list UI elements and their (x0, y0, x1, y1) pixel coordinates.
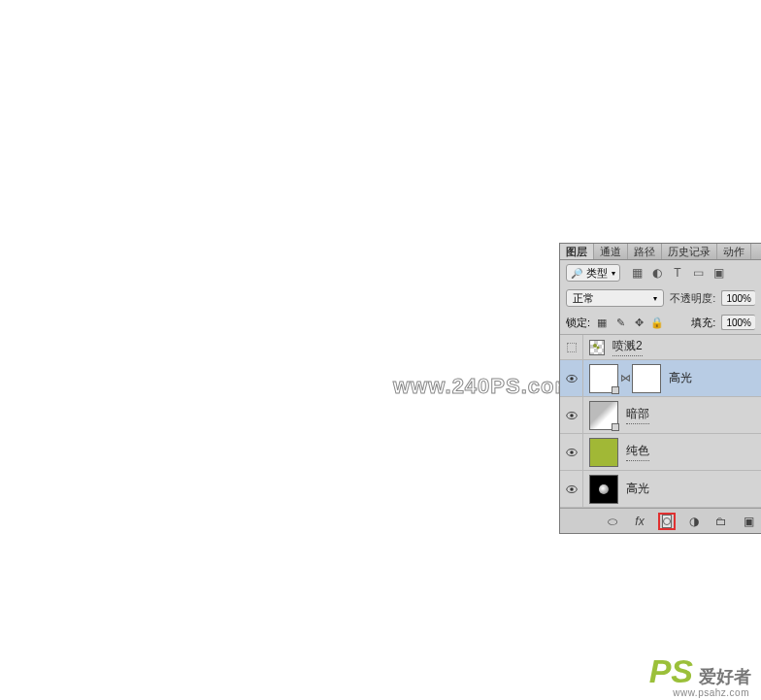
link-icon[interactable]: ⋈ (620, 370, 630, 387)
filter-smart-icon[interactable]: ▣ (712, 267, 724, 279)
opacity-label: 不透明度: (670, 291, 715, 306)
kind-filter-select[interactable]: 🔎 类型 ▾ (566, 264, 620, 282)
layer-list: 喷溅2 ⋈ 高光 暗部 (560, 335, 761, 508)
layer-name[interactable]: 高光 (669, 370, 692, 386)
group-icon[interactable]: 🗀 (712, 513, 730, 530)
lock-move-icon[interactable]: ✥ (633, 317, 645, 329)
chevron-down-icon: ▾ (612, 269, 615, 278)
fill-label: 填充: (691, 316, 715, 330)
link-layers-icon[interactable]: ⬭ (604, 513, 621, 530)
layer-thumbnail[interactable] (589, 401, 618, 430)
new-layer-icon[interactable]: ▣ (740, 513, 757, 530)
layer-thumbnail[interactable] (589, 364, 618, 393)
smart-object-icon (612, 386, 619, 394)
layer-thumbnail[interactable] (589, 340, 605, 355)
visibility-toggle[interactable] (560, 434, 583, 470)
svg-point-3 (570, 377, 574, 381)
layer-name[interactable]: 纯色 (626, 443, 649, 461)
svg-point-5 (570, 414, 574, 417)
tab-actions[interactable]: 动作 (717, 244, 751, 259)
layer-row[interactable]: ⋈ 高光 (560, 360, 761, 397)
brand-logo-block: PS 爱好者 (649, 652, 751, 690)
tab-paths[interactable]: 路径 (628, 244, 662, 259)
lock-all-icon[interactable]: 🔒 (651, 317, 663, 329)
layer-name[interactable]: 喷溅2 (612, 338, 643, 356)
layer-mask-thumbnail[interactable] (632, 364, 661, 393)
adjustment-layer-icon[interactable]: ◑ (685, 513, 703, 530)
lock-brush-icon[interactable]: ✎ (614, 317, 626, 329)
layer-name[interactable]: 高光 (626, 481, 649, 497)
filter-adjust-icon[interactable]: ◐ (651, 267, 663, 279)
filter-row: 🔎 类型 ▾ ▦ ◐ T ▭ ▣ (560, 260, 761, 285)
checkbox-empty-icon (567, 343, 577, 352)
layer-row[interactable]: 暗部 (560, 397, 761, 434)
filter-shape-icon[interactable]: ▭ (692, 267, 704, 279)
visibility-toggle[interactable] (560, 397, 583, 433)
lock-row: 锁定: ▦ ✎ ✥ 🔒 填充: 100% (560, 311, 761, 335)
layer-name[interactable]: 暗部 (626, 406, 649, 424)
svg-point-7 (570, 450, 574, 454)
tab-layers[interactable]: 图层 (560, 244, 594, 259)
layer-thumbnail[interactable] (589, 438, 618, 467)
layers-panel: 图层 通道 路径 历史记录 动作 🔎 类型 ▾ ▦ ◐ T ▭ ▣ 正常 ▾ 不… (559, 243, 761, 534)
filter-type-icon[interactable]: T (672, 267, 683, 279)
fx-icon[interactable]: fx (631, 513, 648, 530)
layer-row[interactable]: 喷溅2 (560, 335, 761, 360)
svg-point-9 (570, 487, 574, 491)
brand-cn-text: 爱好者 (699, 665, 751, 688)
opacity-value[interactable]: 100% (721, 290, 755, 306)
panel-tabs: 图层 通道 路径 历史记录 动作 (560, 244, 761, 260)
lock-label: 锁定: (566, 316, 590, 330)
lock-transparent-icon[interactable]: ▦ (596, 317, 608, 329)
svg-point-1 (597, 346, 600, 349)
eye-icon (565, 372, 579, 385)
tab-history[interactable]: 历史记录 (662, 244, 717, 259)
visibility-toggle[interactable] (560, 335, 583, 359)
watermark-text: www.240PS.com (393, 374, 575, 399)
filter-icons: ▦ ◐ T ▭ ▣ (631, 267, 724, 279)
eye-icon (565, 409, 579, 422)
blend-mode-select[interactable]: 正常 ▾ (566, 289, 664, 307)
lock-icons: ▦ ✎ ✥ 🔒 (596, 317, 663, 329)
filter-pixel-icon[interactable]: ▦ (631, 267, 643, 279)
tab-channels[interactable]: 通道 (594, 244, 628, 259)
blend-mode-value: 正常 (573, 291, 594, 306)
svg-point-0 (593, 344, 597, 348)
eye-icon (565, 483, 579, 496)
search-icon: 🔎 (571, 268, 582, 279)
visibility-toggle[interactable] (560, 471, 583, 507)
add-mask-button[interactable] (658, 513, 676, 530)
brand-url: www.psahz.com (673, 687, 749, 698)
fill-value[interactable]: 100% (721, 315, 755, 330)
brand-logo-text: PS (649, 652, 693, 690)
visibility-toggle[interactable] (560, 360, 583, 396)
blend-row: 正常 ▾ 不透明度: 100% (560, 285, 761, 311)
kind-label: 类型 (586, 266, 608, 281)
panel-bottom-bar: ⬭ fx ◑ 🗀 ▣ (560, 508, 761, 533)
layer-row[interactable]: 纯色 (560, 434, 761, 471)
layer-thumbnail[interactable] (589, 475, 618, 504)
layer-row[interactable]: 高光 (560, 471, 761, 508)
smart-object-icon (612, 423, 619, 431)
chevron-down-icon: ▾ (653, 294, 657, 303)
eye-icon (565, 446, 579, 459)
